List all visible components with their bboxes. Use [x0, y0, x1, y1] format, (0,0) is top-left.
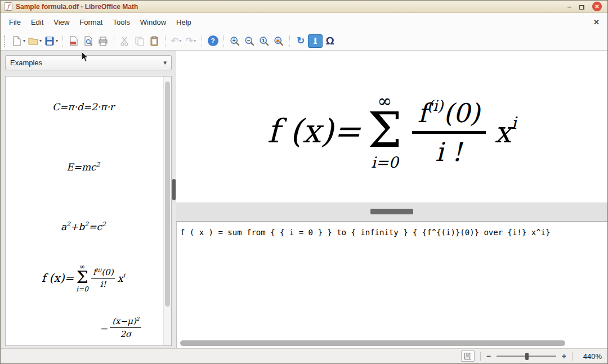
restore-button[interactable] — [579, 2, 584, 12]
svg-text:−: − — [247, 37, 251, 43]
refresh-icon: ↻ — [297, 35, 305, 47]
new-document-button[interactable]: ▾ — [10, 34, 26, 48]
dropdown-caret-icon[interactable]: ▾ — [56, 38, 58, 43]
zoom-out-button[interactable]: − — [242, 34, 257, 48]
sum-symbol: Σ — [76, 270, 88, 285]
menubar: File Edit View Format Tools Window Help … — [1, 13, 607, 32]
fraction-numerator: f(i)(0) — [91, 267, 115, 280]
zoom-in-icon: + — [229, 35, 240, 47]
document-region: f (x)= ∞ Σ i=0 f(i)(0) i ! xi — [176, 51, 607, 348]
zoom-out-icon: − — [244, 35, 255, 47]
dropdown-caret-icon[interactable]: ▾ — [39, 38, 42, 43]
power-term: xi — [117, 272, 125, 284]
zoom-level[interactable]: 440% — [578, 352, 602, 361]
paste-button[interactable] — [147, 34, 162, 48]
formula-cursor-button[interactable]: I — [308, 34, 323, 48]
open-folder-icon — [28, 35, 39, 47]
splitter-grip[interactable] — [172, 179, 176, 200]
document-close-button[interactable]: ✕ — [593, 13, 600, 32]
rendered-formula: f (x)= ∞ Σ i=0 f(i)(0) i ! xi — [267, 83, 516, 170]
scrollbar-thumb[interactable] — [165, 82, 170, 307]
zoom-in-button[interactable]: + — [227, 34, 242, 48]
sum-lower-limit: i=0 — [371, 155, 398, 170]
examples-list: C=π·d=2·π·r E=mc2 a2+b2=c2 f (x)= ∞ Σ i=… — [5, 76, 172, 346]
command-editor[interactable]: f ( x ) = sum from { { i = 0 } } to { in… — [176, 221, 607, 348]
menu-edit[interactable]: Edit — [26, 13, 48, 32]
example-taylor-formula[interactable]: f (x)= ∞ Σ i=0 f(i)(0) i! xi — [6, 263, 161, 293]
export-pdf-icon — [68, 35, 79, 47]
formula-view[interactable]: f (x)= ∞ Σ i=0 f(i)(0) i ! xi — [176, 51, 607, 203]
toolbar: ▾ ▾ ▾ — [1, 32, 607, 51]
fraction-denominator: 2σ — [120, 328, 131, 339]
redo-button[interactable]: ↷ ▾ — [184, 34, 198, 48]
view-splitter[interactable] — [176, 203, 607, 221]
example-circle-formula[interactable]: C=π·d=2·π·r — [6, 101, 161, 113]
zoom-slider[interactable] — [497, 352, 556, 361]
formula-superscript: 2 — [102, 221, 106, 228]
slider-handle[interactable] — [525, 353, 529, 360]
menu-tools[interactable]: Tools — [108, 13, 135, 32]
minimize-button[interactable]: – — [567, 4, 571, 10]
fraction-construct: (x−μ)2 2σ — [110, 316, 141, 339]
mouse-cursor — [81, 51, 91, 62]
examples-panel: Examples ▾ C=π·d=2·π·r E=mc2 a2+b2=c2 f … — [5, 55, 172, 346]
zoom-100-button[interactable]: 1 — [257, 34, 271, 48]
cut-button[interactable] — [118, 34, 132, 48]
menu-file[interactable]: File — [4, 13, 26, 32]
command-hscrollbar[interactable] — [180, 340, 565, 346]
print-button[interactable] — [96, 34, 110, 48]
formula-text: E=mc — [66, 161, 96, 173]
save-button[interactable]: ▾ — [43, 34, 59, 48]
fraction-construct: f(i)(0) i ! — [412, 97, 486, 165]
undo-button[interactable]: ↶ ▾ — [169, 34, 184, 48]
example-gaussian-formula[interactable]: − (x−μ)2 2σ — [100, 316, 141, 339]
toolbar-grip[interactable] — [4, 35, 7, 47]
update-view-button[interactable]: ↻ — [293, 34, 308, 48]
close-button[interactable]: ✕ — [592, 2, 602, 11]
statusbar-separator — [572, 352, 573, 361]
command-text[interactable]: f ( x ) = sum from { { i = 0 } } to { in… — [177, 222, 607, 243]
dropdown-caret-icon[interactable]: ▾ — [179, 38, 181, 43]
copy-button[interactable] — [132, 34, 147, 48]
menu-window[interactable]: Window — [135, 13, 171, 32]
dropdown-caret-icon[interactable]: ▾ — [194, 38, 196, 43]
cut-icon — [119, 35, 131, 47]
window-title: Sample formula.odf - LibreOffice Math — [16, 3, 567, 11]
menu-format[interactable]: Format — [74, 13, 108, 32]
formula-cursor-icon: I — [314, 36, 318, 46]
print-preview-icon — [83, 35, 94, 47]
show-all-button[interactable]: ∗ — [271, 34, 286, 48]
app-icon: ƒ — [4, 2, 12, 11]
main-area: Examples ▾ C=π·d=2·π·r E=mc2 a2+b2=c2 f … — [1, 51, 607, 348]
sidebar-splitter[interactable] — [172, 51, 176, 348]
print-preview-button[interactable] — [81, 34, 96, 48]
svg-text:1: 1 — [262, 38, 265, 43]
symbols-catalog-button[interactable]: Ω — [323, 34, 337, 48]
zoom-in-button[interactable]: + — [562, 352, 566, 361]
dropdown-caret-icon[interactable]: ▾ — [23, 38, 25, 43]
zoom-out-button[interactable]: − — [486, 352, 491, 361]
save-icon — [44, 35, 55, 47]
open-button[interactable]: ▾ — [26, 34, 43, 48]
splitter-handle[interactable] — [370, 209, 413, 214]
menu-view[interactable]: View — [48, 13, 74, 32]
examples-scrollbar[interactable] — [163, 77, 171, 345]
save-status-button[interactable] — [461, 350, 475, 362]
toolbar-separator — [114, 35, 114, 47]
save-status-icon — [464, 352, 472, 360]
window-controls: – ✕ — [567, 2, 602, 12]
example-pythagoras-formula[interactable]: a2+b2=c2 — [6, 221, 161, 232]
sum-lower-limit: i=0 — [76, 286, 88, 293]
help-button[interactable]: ? — [205, 34, 220, 48]
menu-help[interactable]: Help — [171, 13, 196, 32]
restore-icon — [579, 5, 584, 10]
titlebar[interactable]: ƒ Sample formula.odf - LibreOffice Math … — [1, 1, 607, 13]
svg-text:∗: ∗ — [275, 37, 280, 43]
statusbar-separator — [480, 352, 481, 361]
scrollbar-thumb[interactable] — [180, 340, 565, 346]
fraction-denominator: i ! — [435, 134, 462, 165]
example-emc2-formula[interactable]: E=mc2 — [6, 161, 161, 173]
fraction-numerator: f(i)(0) — [412, 97, 486, 134]
export-pdf-button[interactable] — [66, 34, 81, 48]
show-all-icon: ∗ — [273, 35, 284, 47]
